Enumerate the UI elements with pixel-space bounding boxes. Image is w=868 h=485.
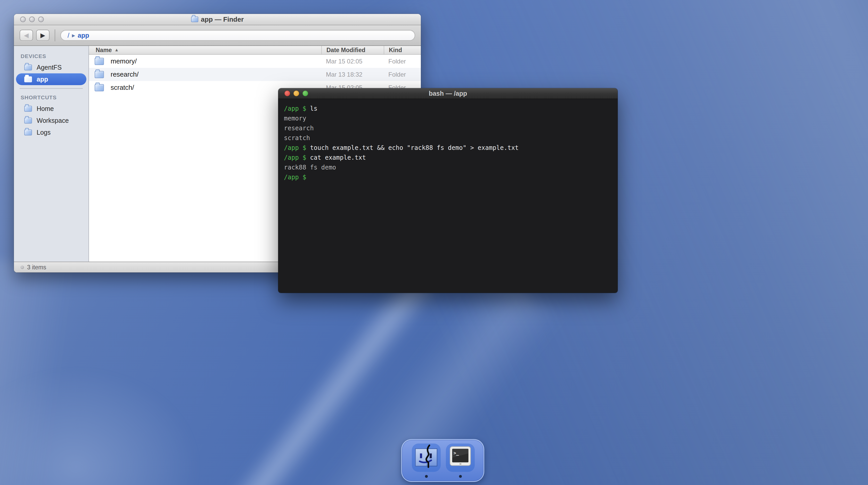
desktop: app — Finder ◀ ▶ / ▶ app DEVICES AgentFS <box>0 0 868 485</box>
column-label: Kind <box>389 47 402 54</box>
terminal-line: /app $ cat example.txt <box>284 153 612 162</box>
table-row[interactable]: memory/ Mar 15 02:05 Folder <box>89 55 421 68</box>
terminal-output[interactable]: /app $ ls memory research scratch /app $… <box>278 99 618 293</box>
path-segment-root[interactable]: / <box>68 32 69 39</box>
file-name-cell: memory/ <box>89 57 321 65</box>
sidebar-section-shortcuts: SHORTCUTS <box>14 92 88 103</box>
sidebar-item-workspace[interactable]: Workspace <box>16 115 86 126</box>
file-name-cell: research/ <box>89 70 321 79</box>
terminal-line: rack88 fs demo <box>284 162 612 172</box>
command-text: touch example.txt && echo "rack88 fs dem… <box>306 144 519 151</box>
sidebar-item-label: app <box>37 75 48 83</box>
forward-arrow-icon: ▶ <box>40 32 45 39</box>
sidebar-item-logs[interactable]: Logs <box>16 126 86 138</box>
terminal-line: /app $ touch example.txt && echo "rack88… <box>284 143 612 153</box>
list-header: Name ▲ Date Modified Kind <box>89 46 421 55</box>
file-name: scratch/ <box>111 84 134 92</box>
file-name: research/ <box>111 70 138 79</box>
path-bar[interactable]: / ▶ app <box>60 30 415 41</box>
forward-button[interactable]: ▶ <box>36 30 50 41</box>
terminal-window: bash — /app /app $ ls memory research sc… <box>278 88 618 293</box>
table-row[interactable]: research/ Mar 13 18:32 Folder <box>89 68 421 81</box>
folder-icon <box>24 118 32 124</box>
folder-icon <box>95 71 104 78</box>
file-date: Mar 13 18:32 <box>321 71 384 78</box>
file-kind: Folder <box>384 58 421 65</box>
column-header-kind[interactable]: Kind <box>384 46 421 54</box>
terminal-window-controls <box>284 88 308 98</box>
terminal-line: research <box>284 123 612 133</box>
terminal-titlebar[interactable]: bash — /app <box>278 88 618 99</box>
output-text: rack88 fs demo <box>284 164 336 171</box>
sidebar-item-label: Workspace <box>37 117 69 124</box>
finder-titlebar[interactable]: app — Finder <box>14 14 421 25</box>
close-button[interactable] <box>284 91 290 96</box>
terminal-line: /app $ <box>284 172 612 182</box>
back-arrow-icon: ◀ <box>24 32 29 39</box>
sidebar-item-app[interactable]: app <box>16 73 86 85</box>
terminal-running-indicator <box>459 475 462 478</box>
window-title: app — Finder <box>201 16 244 24</box>
column-label: Name <box>96 47 112 54</box>
prompt: /app $ <box>284 105 306 112</box>
terminal-icon: >_ <box>446 443 475 472</box>
finder-icon <box>412 443 441 472</box>
folder-icon <box>24 64 32 70</box>
sidebar-item-label: AgentFS <box>37 64 62 71</box>
sort-ascending-icon: ▲ <box>115 48 119 53</box>
sidebar-item-label: Logs <box>37 129 51 136</box>
prompt: /app $ <box>284 154 306 161</box>
column-header-date-modified[interactable]: Date Modified <box>321 46 384 54</box>
folder-icon <box>24 77 32 82</box>
wallpaper-streak-left <box>0 259 72 485</box>
folder-icon <box>95 84 104 91</box>
dock-item-finder[interactable] <box>412 443 441 472</box>
terminal-line: /app $ ls <box>284 104 612 114</box>
sidebar-divider <box>20 88 83 89</box>
file-kind: Folder <box>384 71 421 78</box>
back-button[interactable]: ◀ <box>20 30 33 41</box>
sidebar-item-home[interactable]: Home <box>16 103 86 115</box>
sidebar-item-label: Home <box>37 105 54 113</box>
file-date: Mar 15 02:05 <box>321 58 384 65</box>
toolbar-separator <box>55 29 55 41</box>
minimize-button[interactable] <box>29 17 35 22</box>
finder-sidebar: DEVICES AgentFS app SHORTCUTS Home W <box>14 46 89 262</box>
command-text: ls <box>306 105 317 112</box>
sidebar-section-devices: DEVICES <box>14 51 88 61</box>
output-text: research <box>284 125 314 132</box>
window-title: bash — /app <box>429 90 467 97</box>
output-text: scratch <box>284 134 310 142</box>
output-text: memory <box>284 115 306 122</box>
zoom-button[interactable] <box>38 17 44 22</box>
dock: >_ <box>401 439 484 482</box>
item-count: 3 items <box>27 264 46 271</box>
folder-icon <box>24 106 32 112</box>
sidebar-item-agentfs[interactable]: AgentFS <box>16 61 86 73</box>
status-dot-icon <box>21 266 24 269</box>
terminal-line: scratch <box>284 133 612 143</box>
finder-toolbar: ◀ ▶ / ▶ app <box>14 25 421 46</box>
column-label: Date Modified <box>327 47 365 54</box>
finder-window-controls <box>20 14 44 25</box>
folder-icon <box>191 17 198 22</box>
zoom-button[interactable] <box>303 91 308 96</box>
close-button[interactable] <box>20 17 26 22</box>
path-segment-current[interactable]: app <box>78 32 89 39</box>
prompt: /app $ <box>284 174 306 181</box>
column-header-name[interactable]: Name ▲ <box>89 47 321 54</box>
command-text: cat example.txt <box>306 154 366 161</box>
file-name: memory/ <box>111 57 137 65</box>
terminal-line: memory <box>284 114 612 123</box>
dock-item-terminal[interactable]: >_ <box>446 443 475 472</box>
minimize-button[interactable] <box>293 91 299 96</box>
wallpaper-glow-bottom-left <box>0 369 198 485</box>
folder-icon <box>95 58 104 65</box>
finder-running-indicator <box>425 475 428 478</box>
svg-text:>_: >_ <box>454 450 459 456</box>
prompt: /app $ <box>284 144 306 151</box>
folder-icon <box>24 129 32 135</box>
path-separator-icon: ▶ <box>72 33 75 38</box>
